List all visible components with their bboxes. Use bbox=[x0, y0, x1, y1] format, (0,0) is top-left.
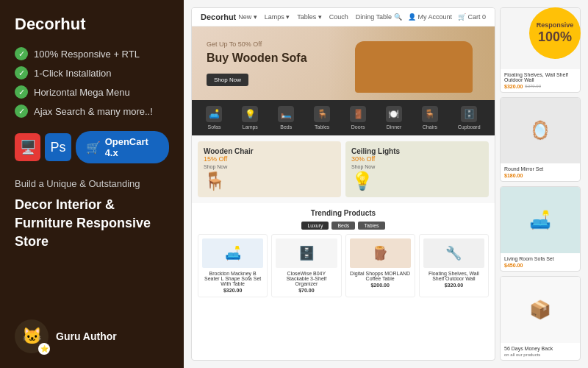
author-avatar: 🐱 ⭐ bbox=[15, 319, 49, 353]
feature-label-2: 1-Click Installation bbox=[34, 68, 112, 79]
feature-list: ✓ 100% Responsive + RTL ✓ 1-Click Instal… bbox=[15, 47, 169, 118]
product-name-4: Floating Shelves, Wall Shelf Outdoor Wal… bbox=[423, 271, 484, 281]
nav-link-dining[interactable]: Dining Table bbox=[356, 13, 392, 21]
hero-button[interactable]: Shop Now bbox=[207, 74, 248, 86]
sidebar-description: Build a Unique & Outstanding bbox=[15, 177, 169, 191]
hero-title: Buy Wooden Sofa bbox=[207, 51, 307, 66]
product-img-3: 🪵 bbox=[350, 238, 411, 268]
cat-dinner[interactable]: 🍽️ Dinner bbox=[386, 106, 402, 130]
badge-icon-ps: Ps bbox=[45, 133, 71, 161]
product-card-2[interactable]: 🗄️ CloseWise B04Y Stackable 3-Shelf Orga… bbox=[271, 234, 341, 297]
cat-icon-cupboard: 🗄️ bbox=[461, 106, 477, 122]
product-card-1[interactable]: 🛋️ Brockton Mackney B Seater L Shape Sof… bbox=[198, 234, 268, 297]
right-panel-4[interactable]: 📦 56 Days Money Back on all our products bbox=[500, 276, 581, 361]
cat-chairs[interactable]: 🪑 Chairs bbox=[422, 106, 438, 130]
promo-cta-1[interactable]: Shop Now bbox=[204, 164, 335, 169]
cat-label-chairs: Chairs bbox=[423, 124, 437, 130]
promo-cta-2[interactable]: Shop Now bbox=[351, 164, 483, 169]
right-panel-name-3: Living Room Sofa Set bbox=[504, 256, 576, 261]
hero-text-area: Get Up To 50% Off Buy Wooden Sofa Shop N… bbox=[207, 40, 307, 87]
product-img-1: 🛋️ bbox=[202, 238, 263, 268]
main-content: Responsive 100% Decorhut New ▾ Lamps ▾ T… bbox=[184, 0, 588, 368]
cat-lamps[interactable]: 💡 Lamps bbox=[242, 106, 258, 130]
preview-promo: Wooden Chair 15% Off Shop Now 🪑 Ceiling … bbox=[192, 135, 495, 203]
right-panel-img-3: 🛋️ bbox=[501, 187, 580, 253]
promo-card-2[interactable]: Ceiling Lights 30% Off Shop Now 💡 bbox=[345, 141, 489, 197]
sofa-decoration bbox=[355, 41, 473, 93]
promo-icon-2: 💡 bbox=[351, 171, 483, 191]
cat-tables[interactable]: 🪑 Tables bbox=[314, 106, 330, 130]
nav-logo: Decorhut bbox=[201, 13, 236, 21]
right-panel-sub-4: on all our products bbox=[504, 353, 576, 357]
author-star-badge: ⭐ bbox=[38, 343, 50, 355]
store-preview: Decorhut New ▾ Lamps ▾ Tables ▾ Couch Di… bbox=[184, 0, 588, 368]
product-name-1: Brockton Mackney B Seater L Shape Sofa S… bbox=[202, 271, 263, 286]
right-panel-old-price-1: $379.00 bbox=[525, 84, 541, 88]
right-panel-text-3: Living Room Sofa Set $450.00 bbox=[501, 253, 580, 271]
right-panel-2[interactable]: 🪞 Round Mirror Set $180.00 bbox=[500, 97, 581, 183]
cat-icon-tables: 🪑 bbox=[314, 106, 330, 122]
hero-image bbox=[328, 26, 495, 100]
opencart-label: OpenCart 4.x bbox=[105, 136, 159, 158]
product-price-4: $320.00 bbox=[423, 283, 484, 288]
product-card-3[interactable]: 🪵 Digital Shopps MORLAND Coffee Table $2… bbox=[345, 234, 415, 297]
nav-links: New ▾ Lamps ▾ Tables ▾ Couch Dining Tabl… bbox=[238, 13, 392, 21]
right-panel-text-4: 56 Days Money Back on all our products bbox=[501, 343, 580, 360]
nav-link-new[interactable]: New ▾ bbox=[238, 13, 257, 21]
cat-label-sofas: Sofas bbox=[208, 124, 221, 130]
cat-icon-sofas: 🛋️ bbox=[206, 106, 222, 122]
author-row: 🐱 ⭐ Guru Author bbox=[15, 319, 169, 353]
cart-icon[interactable]: 🛒 Cart 0 bbox=[458, 13, 486, 21]
trending-products: 🛋️ Brockton Mackney B Seater L Shape Sof… bbox=[198, 234, 489, 297]
promo-name-2: Ceiling Lights bbox=[351, 147, 483, 155]
product-name-3: Digital Shopps MORLAND Coffee Table bbox=[350, 271, 411, 281]
product-img-2: 🗄️ bbox=[276, 238, 337, 268]
feature-label-3: Horizontal Mega Menu bbox=[34, 87, 130, 98]
feature-label-4: Ajax Search & many more..! bbox=[34, 106, 153, 117]
nav-link-couch[interactable]: Couch bbox=[329, 13, 348, 21]
author-name: Guru Author bbox=[56, 330, 117, 342]
trend-tab-luxury[interactable]: Luxury bbox=[301, 222, 329, 230]
search-icon[interactable]: 🔍 bbox=[394, 13, 402, 21]
product-price-1: $320.00 bbox=[202, 288, 263, 293]
right-panel-text-1: Floating Shelves, Wall Shelf Outdoor Wal… bbox=[501, 69, 580, 92]
cat-cupboard[interactable]: 🗄️ Cupboard bbox=[458, 106, 481, 130]
feature-item-1: ✓ 100% Responsive + RTL bbox=[15, 47, 169, 60]
right-panel-text-2: Round Mirror Set $180.00 bbox=[501, 163, 580, 181]
right-panel-name-1: Floating Shelves, Wall Shelf Outdoor Wal… bbox=[504, 72, 576, 82]
feature-label-1: 100% Responsive + RTL bbox=[34, 49, 140, 60]
promo-discount-1: 15% Off bbox=[204, 155, 335, 163]
right-panel-3[interactable]: 🛋️ Living Room Sofa Set $450.00 bbox=[500, 186, 581, 272]
cat-icon-beds: 🛏️ bbox=[278, 106, 294, 122]
promo-discount-2: 30% Off bbox=[351, 155, 483, 163]
right-panel-price-2: $180.00 bbox=[504, 173, 523, 178]
nav-link-lamps[interactable]: Lamps ▾ bbox=[265, 13, 290, 21]
cat-beds[interactable]: 🛏️ Beds bbox=[278, 106, 294, 130]
cat-icon-chairs: 🪑 bbox=[422, 106, 438, 122]
cat-doors[interactable]: 🚪 Doors bbox=[350, 106, 366, 130]
cat-label-lamps: Lamps bbox=[243, 124, 258, 130]
check-icon-1: ✓ bbox=[15, 47, 28, 60]
cat-label-beds: Beds bbox=[280, 124, 292, 130]
cat-icon-dinner: 🍽️ bbox=[386, 106, 402, 122]
promo-icon-1: 🪑 bbox=[204, 171, 335, 191]
feature-item-4: ✓ Ajax Search & many more..! bbox=[15, 105, 169, 118]
trend-tab-tables[interactable]: Tables bbox=[358, 222, 384, 230]
cat-label-doors: Doors bbox=[351, 124, 365, 130]
account-icon[interactable]: 👤 My Account bbox=[408, 13, 452, 21]
promo-name-1: Wooden Chair bbox=[204, 147, 335, 155]
nav-link-tables[interactable]: Tables ▾ bbox=[297, 13, 322, 21]
cat-label-tables: Tables bbox=[315, 124, 329, 130]
preview-hero: Get Up To 50% Off Buy Wooden Sofa Shop N… bbox=[192, 26, 495, 100]
check-icon-4: ✓ bbox=[15, 105, 28, 118]
responsive-badge: Responsive 100% bbox=[529, 7, 581, 59]
opencart-badge[interactable]: 🛒 OpenCart 4.x bbox=[76, 131, 169, 163]
cat-sofas[interactable]: 🛋️ Sofas bbox=[206, 106, 222, 130]
right-panel-price-3: $450.00 bbox=[504, 263, 523, 268]
promo-card-1[interactable]: Wooden Chair 15% Off Shop Now 🪑 bbox=[198, 141, 341, 197]
right-panel-name-2: Round Mirror Set bbox=[504, 166, 576, 171]
preview-trending: Trending Products Luxury Beds Tables 🛋️ … bbox=[192, 203, 495, 303]
check-icon-2: ✓ bbox=[15, 66, 28, 79]
product-card-4[interactable]: 🔧 Floating Shelves, Wall Shelf Outdoor W… bbox=[419, 234, 489, 297]
trend-tab-beds[interactable]: Beds bbox=[331, 222, 355, 230]
